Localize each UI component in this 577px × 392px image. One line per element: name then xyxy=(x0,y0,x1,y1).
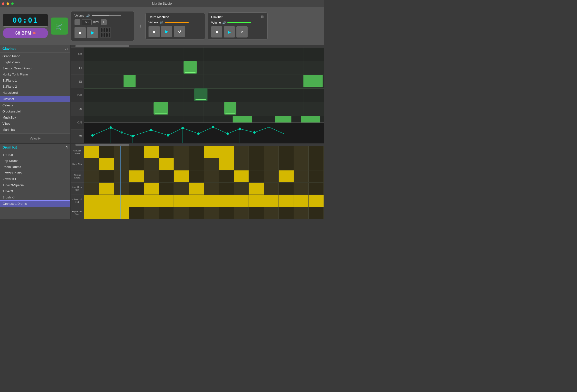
drum-cell[interactable] xyxy=(279,207,294,219)
instrument-item[interactable]: El.Piano 1 xyxy=(0,77,70,83)
drum-cell[interactable] xyxy=(234,183,249,195)
drum-cell[interactable] xyxy=(99,146,114,158)
drum-cell[interactable] xyxy=(204,171,219,182)
drum-cell[interactable] xyxy=(264,158,279,170)
drum-cell[interactable] xyxy=(129,207,144,219)
drum-cell[interactable] xyxy=(84,146,99,158)
drum-cell[interactable] xyxy=(309,146,324,158)
drum-cell[interactable] xyxy=(84,207,99,219)
volume-slider[interactable] xyxy=(92,15,121,16)
drum-cell[interactable] xyxy=(114,171,129,182)
drum-cell[interactable] xyxy=(159,195,174,207)
drum-kit-item[interactable]: Power Drums xyxy=(0,170,70,176)
drum-cell[interactable] xyxy=(249,195,264,207)
drum-kit-item[interactable]: Orchestra Drums xyxy=(0,200,70,207)
drum-play-button[interactable]: ▶ xyxy=(161,26,172,37)
drum-cell[interactable] xyxy=(159,146,174,158)
drum-cell[interactable] xyxy=(264,195,279,207)
instrument-item[interactable]: Celesta xyxy=(0,102,70,108)
drum-cell[interactable] xyxy=(249,207,264,219)
drum-cell[interactable] xyxy=(129,146,144,158)
cart-button[interactable]: 🛒 xyxy=(51,18,68,35)
drum-cell[interactable] xyxy=(234,195,249,207)
drum-cell[interactable] xyxy=(99,183,114,195)
drum-cell[interactable] xyxy=(294,195,309,207)
drum-cell[interactable] xyxy=(84,171,99,182)
drum-cell[interactable] xyxy=(159,183,174,195)
drum-cell[interactable] xyxy=(144,207,159,219)
drum-cell[interactable] xyxy=(294,207,309,219)
drum-cell[interactable] xyxy=(264,171,279,182)
instrument-item[interactable]: Harpsicord xyxy=(0,90,70,96)
drum-cell[interactable] xyxy=(159,158,174,170)
drum-cell[interactable] xyxy=(219,171,234,182)
bpm-minus-button[interactable]: − xyxy=(74,19,80,25)
drum-cell[interactable] xyxy=(294,183,309,195)
drum-cell[interactable] xyxy=(189,158,204,170)
drum-cell[interactable] xyxy=(204,183,219,195)
drum-stop-button[interactable]: ■ xyxy=(148,26,160,37)
instrument-item[interactable]: Grand Piano xyxy=(0,53,70,59)
maximize-dot[interactable] xyxy=(11,2,14,5)
drum-cell[interactable] xyxy=(219,207,234,219)
drum-cell[interactable] xyxy=(234,146,249,158)
drum-cell[interactable] xyxy=(234,207,249,219)
drum-kit-item[interactable]: TR-909 xyxy=(0,188,70,194)
drum-cell[interactable] xyxy=(294,158,309,170)
drum-cell[interactable] xyxy=(309,171,324,182)
clavinet-stop-button[interactable]: ■ xyxy=(211,26,222,37)
drum-cell[interactable] xyxy=(249,146,264,158)
drum-cell[interactable] xyxy=(264,207,279,219)
instrument-item[interactable]: Electric Grand Piano xyxy=(0,65,70,71)
drum-cell[interactable] xyxy=(129,183,144,195)
drum-cell[interactable] xyxy=(189,171,204,182)
instrument-item[interactable]: Clavinet xyxy=(0,96,70,102)
drum-cell[interactable] xyxy=(84,158,99,170)
drum-cell[interactable] xyxy=(264,183,279,195)
drum-cell[interactable] xyxy=(114,158,129,170)
drum-cell[interactable] xyxy=(234,158,249,170)
drum-cell[interactable] xyxy=(189,183,204,195)
drum-grid[interactable] xyxy=(84,146,324,219)
drum-cell[interactable] xyxy=(174,146,189,158)
drum-scrollbar[interactable] xyxy=(71,144,324,146)
drum-cell[interactable] xyxy=(279,171,294,182)
drum-cell[interactable] xyxy=(249,171,264,182)
bpm-plus-button[interactable]: + xyxy=(101,19,107,25)
instrument-item[interactable]: Glockenspiel xyxy=(0,108,70,114)
drum-cell[interactable] xyxy=(279,183,294,195)
clavinet-volume-slider[interactable] xyxy=(227,22,259,23)
drum-cell[interactable] xyxy=(129,195,144,207)
instrument-item[interactable]: Honky Tonk Piano xyxy=(0,71,70,77)
drum-cell[interactable] xyxy=(144,171,159,182)
drum-cell[interactable] xyxy=(279,158,294,170)
drum-cell[interactable] xyxy=(99,195,114,207)
drum-cell[interactable] xyxy=(309,158,324,170)
drum-volume-slider[interactable] xyxy=(165,22,196,23)
drum-kit-item[interactable]: TR-909-Special xyxy=(0,182,70,188)
drum-cell[interactable] xyxy=(204,158,219,170)
drum-cell[interactable] xyxy=(159,171,174,182)
drum-cell[interactable] xyxy=(189,195,204,207)
drum-cell[interactable] xyxy=(129,158,144,170)
instrument-item[interactable]: Marimba xyxy=(0,127,70,133)
drum-cell[interactable] xyxy=(174,158,189,170)
drum-cell[interactable] xyxy=(264,146,279,158)
drum-cell[interactable] xyxy=(144,183,159,195)
drum-cell[interactable] xyxy=(114,207,129,219)
drum-cell[interactable] xyxy=(144,158,159,170)
drum-cell[interactable] xyxy=(174,207,189,219)
drum-kit-item[interactable]: Power Kit xyxy=(0,176,70,182)
drum-cell[interactable] xyxy=(219,183,234,195)
instrument-list[interactable]: Grand PianoBright PianoElectric Grand Pi… xyxy=(0,53,70,133)
play-button[interactable]: ▶ xyxy=(87,27,98,38)
instrument-item[interactable]: El.Piano 2 xyxy=(0,83,70,90)
instrument-item[interactable]: Bright Piano xyxy=(0,59,70,65)
drum-cell[interactable] xyxy=(189,207,204,219)
instrument-item[interactable]: Vibes xyxy=(0,120,70,127)
drum-kit-item[interactable]: Brush Kit xyxy=(0,194,70,200)
clavinet-delete-icon[interactable]: 🗑 xyxy=(260,15,264,19)
drum-cell[interactable] xyxy=(99,207,114,219)
drum-kit-item[interactable]: Pop Drums xyxy=(0,158,70,164)
drum-cell[interactable] xyxy=(279,195,294,207)
